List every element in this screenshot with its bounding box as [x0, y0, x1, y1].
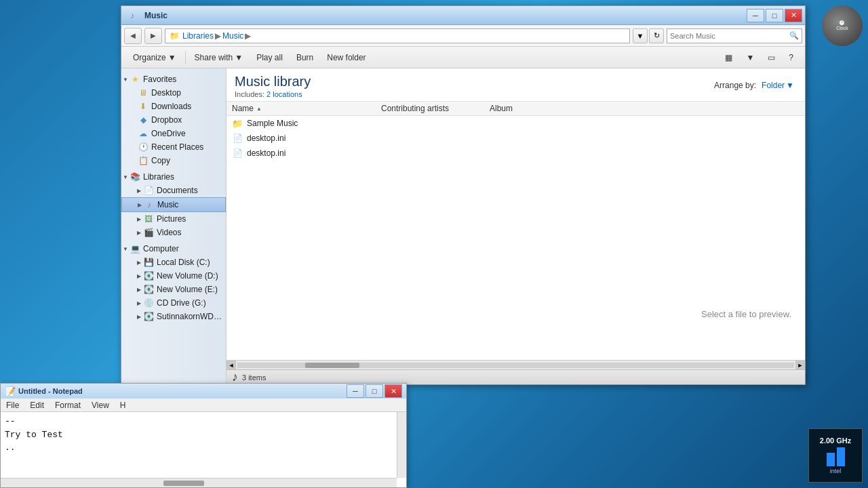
col-artists-label: Contributing artists [381, 104, 449, 113]
notepad-maximize-button[interactable]: □ [366, 384, 383, 398]
sidebar-item-music[interactable]: ▶ ♪ Music [121, 197, 226, 212]
horizontal-scrollbar[interactable]: ◄ ► [226, 360, 805, 369]
sidebar-item-onedrive[interactable]: ☁ OneDrive [121, 127, 226, 140]
file-item-desktop-ini-2[interactable]: 📄 desktop.ini [226, 146, 805, 161]
search-icon: 🔍 [789, 31, 799, 40]
refresh-button[interactable]: ↻ [649, 28, 664, 43]
desktop-label: Desktop [151, 88, 181, 98]
sidebar-item-sutinna[interactable]: ▶ 💽 SutinnakornWD50... [121, 310, 226, 323]
col-album-header[interactable]: Album [490, 104, 800, 113]
path-sep-2: ▶ [245, 31, 251, 41]
dropdown-button[interactable]: ▼ [633, 28, 648, 43]
desktop-icon: 🖥 [138, 87, 149, 98]
sidebar-item-copy[interactable]: 📋 Copy [121, 154, 226, 167]
notepad-scrollbar-vertical[interactable] [397, 412, 406, 478]
local-c-icon: 💾 [143, 257, 154, 268]
maximize-button[interactable]: □ [766, 9, 783, 22]
organize-button[interactable]: Organize ▼ [127, 49, 182, 66]
documents-label: Documents [157, 186, 198, 195]
sidebar-item-new-vol-e[interactable]: ▶ 💽 New Volume (E:) [121, 283, 226, 296]
path-libraries[interactable]: Libraries [182, 31, 214, 41]
search-box[interactable]: 🔍 [667, 28, 802, 43]
burn-button[interactable]: Burn [290, 49, 319, 66]
help-button[interactable]: ? [783, 49, 800, 66]
content-area: Music library Includes: 2 locations Arra… [226, 68, 805, 384]
forward-button[interactable]: ► [144, 28, 162, 44]
notepad-menu-format[interactable]: Format [50, 399, 86, 411]
notepad-menu-edit[interactable]: Edit [24, 399, 50, 411]
notepad-minimize-button[interactable]: ─ [347, 384, 364, 398]
sidebar-item-documents[interactable]: ▶ 📄 Documents [121, 184, 226, 197]
sidebar-item-cd-g[interactable]: ▶ 💿 CD Drive (G:) [121, 296, 226, 310]
preview-pane-button[interactable]: ▭ [762, 49, 781, 66]
arrange-by-label: Arrange by: [714, 81, 756, 90]
desktop: 🕐Clock ♪ Music ─ □ ✕ ◄ ► 📁 Libraries ▶ M… [0, 0, 868, 488]
window-icon: ♪ [127, 10, 138, 21]
sidebar-item-recent[interactable]: 🕐 Recent Places [121, 140, 226, 154]
desktop-ini-2-name: desktop.ini [247, 148, 385, 158]
sidebar-item-new-vol-d[interactable]: ▶ 💽 New Volume (D:) [121, 269, 226, 283]
sidebar-item-local-c[interactable]: ▶ 💾 Local Disk (C:) [121, 256, 226, 269]
scroll-right-button[interactable]: ► [795, 361, 805, 370]
libraries-collapse-icon: ▼ [121, 173, 130, 181]
file-list: 📁 Sample Music 📄 desktop.ini [226, 116, 805, 360]
share-with-button[interactable]: Share with ▼ [189, 49, 250, 66]
notepad-text[interactable]: -- Try to Test .. [5, 415, 402, 455]
videos-icon: 🎬 [143, 227, 154, 238]
title-bar-text: Music [144, 11, 167, 20]
library-includes: Includes: 2 locations [235, 90, 311, 98]
arrange-dropdown[interactable]: Folder ▼ [759, 79, 797, 92]
star-icon: ★ [130, 74, 140, 85]
back-button[interactable]: ◄ [124, 28, 142, 44]
sidebar-item-pictures[interactable]: ▶ 🖼 Pictures [121, 212, 226, 226]
computer-label: Computer [143, 244, 179, 253]
sidebar-item-libraries[interactable]: ▼ 📚 Libraries [121, 170, 226, 184]
search-input[interactable] [670, 32, 789, 40]
sidebar-item-desktop[interactable]: 🖥 Desktop [121, 86, 226, 100]
new-folder-button[interactable]: New folder [321, 49, 372, 66]
sidebar-item-videos[interactable]: ▶ 🎬 Videos [121, 226, 226, 239]
view-dropdown[interactable]: ▼ [740, 49, 760, 66]
toolbar: Organize ▼ Share with ▼ Play all Burn Ne… [121, 47, 805, 68]
local-c-label: Local Disk (C:) [157, 258, 210, 267]
path-music[interactable]: Music [222, 31, 243, 41]
address-path[interactable]: 📁 Libraries ▶ Music ▶ [165, 28, 630, 43]
scrollbar-track[interactable] [237, 363, 794, 368]
file-item-desktop-ini-1[interactable]: 📄 desktop.ini [226, 131, 805, 146]
sidebar-item-computer[interactable]: ▼ 💻 Computer [121, 242, 226, 256]
notepad-scrollbar-horizontal[interactable] [1, 478, 397, 487]
notepad-menu: File Edit Format View H [1, 399, 406, 412]
includes-label: Includes: [235, 90, 264, 98]
view-button[interactable]: ▦ [719, 49, 738, 66]
dropbox-label: Dropbox [151, 115, 182, 125]
favorites-collapse-icon: ▼ [121, 75, 130, 83]
sidebar-item-dropbox[interactable]: ◆ Dropbox [121, 113, 226, 127]
libraries-section: ▼ 📚 Libraries ▶ 📄 Documents ▶ ♪ Music [121, 169, 226, 241]
toolbar-right: ▦ ▼ ▭ ? [719, 49, 800, 66]
notepad-h-scrollbar-thumb[interactable] [163, 481, 204, 486]
new-folder-label: New folder [327, 53, 366, 62]
file-item-sample-music[interactable]: 📁 Sample Music [226, 116, 805, 131]
scroll-left-button[interactable]: ◄ [226, 361, 236, 370]
sutinna-expand-icon: ▶ [135, 312, 143, 321]
locations-link[interactable]: 2 locations [267, 90, 302, 98]
scrollbar-thumb[interactable] [305, 363, 359, 368]
minimize-button[interactable]: ─ [747, 9, 764, 22]
col-name-header[interactable]: Name ▲ [232, 104, 381, 113]
notepad-title-bar: 📝 Untitled - Notepad ─ □ ✕ [1, 384, 406, 399]
sidebar-item-favorites[interactable]: ▼ ★ Favorites [121, 73, 226, 86]
close-button[interactable]: ✕ [785, 9, 802, 22]
title-bar-buttons: ─ □ ✕ [747, 9, 802, 22]
notepad-menu-file[interactable]: File [1, 399, 24, 411]
cd-g-expand-icon: ▶ [135, 299, 143, 307]
play-all-button[interactable]: Play all [250, 49, 289, 66]
content-header: Music library Includes: 2 locations Arra… [226, 68, 805, 102]
notepad-close-button[interactable]: ✕ [384, 384, 402, 398]
col-artists-header[interactable]: Contributing artists [381, 104, 490, 113]
notepad-menu-view[interactable]: View [86, 399, 115, 411]
notepad-menu-help[interactable]: H [115, 399, 132, 411]
documents-icon: 📄 [143, 185, 154, 196]
arrange-dropdown-icon: ▼ [786, 81, 794, 90]
sidebar-item-downloads[interactable]: ⬇ Downloads [121, 100, 226, 113]
computer-section: ▼ 💻 Computer ▶ 💾 Local Disk (C:) ▶ 💽 New… [121, 241, 226, 325]
